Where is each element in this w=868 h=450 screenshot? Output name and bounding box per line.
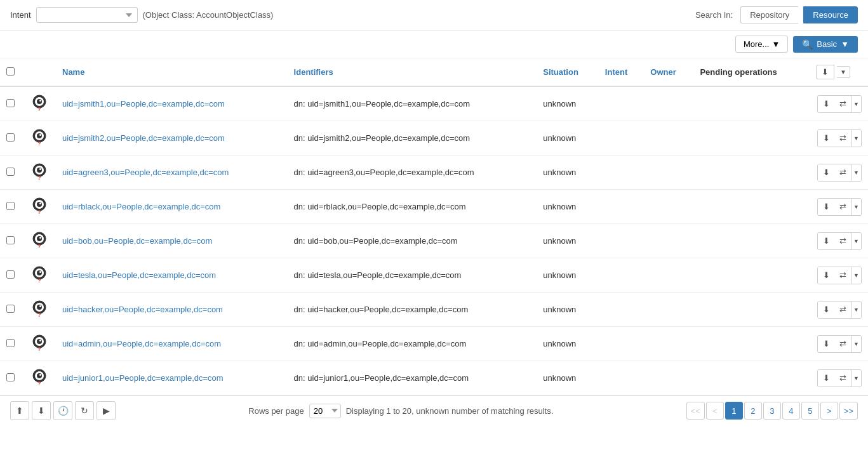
page-5-button[interactable]: 5 [801,402,819,420]
row-name-link[interactable]: uid=junior1,ou=People,dc=example,dc=com [62,373,224,383]
row-action-dropdown[interactable]: ▼ [851,130,861,147]
row-transfer-button[interactable]: ⇄ [834,336,851,352]
row-name-link[interactable]: uid=admin,ou=People,dc=example,dc=com [62,339,221,348]
rows-per-page-label: Rows per page [248,406,304,416]
svg-point-38 [39,340,41,341]
footer-upload-button[interactable]: ⬆ [10,401,29,420]
col-header-check [0,58,23,86]
row-action-dropdown[interactable]: ▼ [851,370,861,387]
footer-refresh-button[interactable]: ↻ [75,401,94,420]
row-download-button[interactable]: ⬇ [818,130,834,147]
table-row: ? uid=agreen3,ou=People,dc=example,dc=co… [0,156,868,190]
intent-select[interactable] [36,7,138,23]
table-row: ? uid=bob,ou=People,dc=example,dc=comdn:… [0,224,868,258]
row-download-button[interactable]: ⬇ [818,199,834,215]
rows-per-page-select[interactable]: 10 20 50 100 [309,404,341,418]
row-name-link[interactable]: uid=tesla,ou=People,dc=example,dc=com [62,270,216,280]
svg-text:?: ? [37,243,41,249]
main-table: Name Identifiers Situation Intent Owner … [0,58,868,395]
footer-download-button[interactable]: ⬇ [32,401,51,420]
svg-point-28 [39,271,41,273]
row-pending-operations [693,327,810,361]
header-download-button[interactable]: ⬇ [816,65,834,79]
row-download-button[interactable]: ⬇ [818,336,834,352]
row-checkbox[interactable] [6,133,15,142]
footer-play-button[interactable]: ▶ [97,401,116,420]
row-action-group: ⬇ ⇄ ▼ [817,267,862,284]
row-name-link[interactable]: uid=bob,ou=People,dc=example,dc=com [62,236,212,246]
row-action-dropdown[interactable]: ▼ [851,96,861,112]
resource-tab[interactable]: Resource [803,6,858,23]
page-2-button[interactable]: 2 [744,402,762,420]
row-checkbox[interactable] [6,202,15,210]
svg-point-33 [39,305,41,307]
search-in-label: Search In: [695,10,733,20]
row-transfer-button[interactable]: ⇄ [834,130,851,147]
svg-text:?: ? [37,106,41,112]
row-download-button[interactable]: ⬇ [818,233,834,249]
row-action-dropdown[interactable]: ▼ [851,164,861,181]
select-all-checkbox[interactable] [6,67,15,76]
svg-point-37 [37,339,42,344]
row-identifier: dn: uid=agreen3,ou=People,dc=example,dc=… [288,156,537,190]
row-transfer-button[interactable]: ⇄ [834,199,851,215]
row-transfer-button[interactable]: ⇄ [834,233,851,249]
page-next-button[interactable]: > [820,402,838,420]
footer-actions: ⬆ ⬇ 🕐 ↻ ▶ [10,401,116,420]
page-last-button[interactable]: >> [839,402,858,420]
row-download-button[interactable]: ⬇ [818,164,834,181]
row-checkbox[interactable] [6,99,15,107]
col-header-name: Name [56,58,288,86]
table-row: ? uid=admin,ou=People,dc=example,dc=comd… [0,327,868,361]
row-transfer-button[interactable]: ⇄ [834,164,851,181]
svg-point-8 [39,134,41,136]
row-action-dropdown[interactable]: ▼ [851,233,861,249]
row-identifier: dn: uid=hacker,ou=People,dc=example,dc=c… [288,293,537,327]
footer-add-button[interactable]: 🕐 [53,401,72,420]
row-checkbox[interactable] [6,236,15,244]
row-avatar-icon: ? [29,230,50,250]
row-name-link[interactable]: uid=agreen3,ou=People,dc=example,dc=com [62,168,229,177]
svg-point-12 [37,168,42,173]
row-checkbox[interactable] [6,305,15,313]
row-name-link[interactable]: uid=hacker,ou=People,dc=example,dc=com [62,305,223,314]
row-action-dropdown[interactable]: ▼ [851,267,861,284]
table-row: ? uid=rblack,ou=People,dc=example,dc=com… [0,190,868,224]
row-download-button[interactable]: ⬇ [818,301,834,318]
page-1-button[interactable]: 1 [725,402,743,420]
row-name-link[interactable]: uid=jsmith2,ou=People,dc=example,dc=com [62,133,225,143]
table-row: ? uid=jsmith2,ou=People,dc=example,dc=co… [0,121,868,156]
row-checkbox[interactable] [6,270,15,279]
row-action-dropdown[interactable]: ▼ [851,199,861,215]
row-action-dropdown[interactable]: ▼ [851,301,861,318]
page-first-button[interactable]: << [686,402,705,420]
page-4-button[interactable]: 4 [782,402,800,420]
row-transfer-button[interactable]: ⇄ [834,96,851,112]
row-pending-operations [693,258,810,293]
row-download-button[interactable]: ⬇ [818,267,834,284]
page-3-button[interactable]: 3 [763,402,781,420]
row-transfer-button[interactable]: ⇄ [834,370,851,387]
row-pending-operations [693,190,810,224]
row-situation: unknown [537,190,599,224]
row-checkbox[interactable] [6,373,15,381]
row-intent [599,86,644,121]
row-transfer-button[interactable]: ⇄ [834,267,851,284]
row-action-dropdown[interactable]: ▼ [851,336,861,352]
row-avatar-icon: ? [29,195,50,216]
repository-tab[interactable]: Repository [740,6,798,23]
row-name-link[interactable]: uid=jsmith1,ou=People,dc=example,dc=com [62,99,225,109]
row-action-group: ⬇ ⇄ ▼ [817,198,862,216]
page-prev-button[interactable]: < [706,402,724,420]
row-download-button[interactable]: ⬇ [818,370,834,387]
row-transfer-button[interactable]: ⇄ [834,301,851,318]
header-download-dropdown[interactable]: ▼ [837,66,850,78]
more-button[interactable]: More... ▼ [735,36,788,53]
row-name-link[interactable]: uid=rblack,ou=People,dc=example,dc=com [62,202,220,211]
row-download-button[interactable]: ⬇ [818,96,834,112]
row-checkbox[interactable] [6,168,15,176]
row-owner [644,327,693,361]
svg-text:?: ? [37,346,41,352]
row-checkbox[interactable] [6,339,15,347]
basic-button[interactable]: 🔍 Basic ▼ [793,36,858,53]
